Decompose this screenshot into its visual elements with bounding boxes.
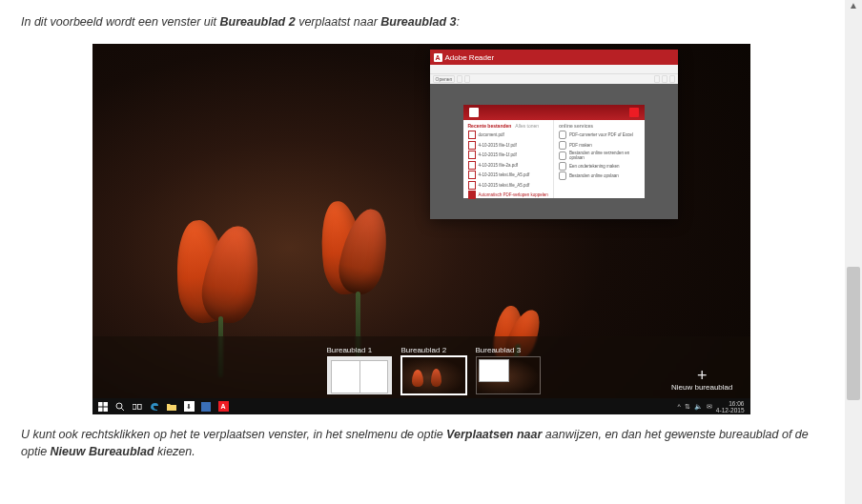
adobe-banner xyxy=(463,105,645,120)
window-titlebar[interactable]: A Adobe Reader xyxy=(430,50,678,65)
edge-icon[interactable] xyxy=(147,398,163,414)
window-title: Adobe Reader xyxy=(445,53,495,62)
svg-rect-8 xyxy=(201,402,211,412)
recent-file[interactable]: 4-10-2015 file-1f.pdf xyxy=(468,141,549,150)
service-item[interactable]: PDF maken xyxy=(559,141,640,150)
recent-file-link[interactable]: Automatisch PDF‑verlopen koppelen xyxy=(468,191,549,199)
acrobat-taskbar-icon[interactable]: A xyxy=(216,398,232,414)
desktop-thumb-3[interactable]: Bureaublad 3 xyxy=(476,346,541,394)
service-item[interactable]: PDF‑converter voor PDF of Excel xyxy=(559,131,640,139)
search-icon[interactable] xyxy=(113,398,129,414)
tray-network-icon[interactable]: ⇅ xyxy=(685,403,690,411)
svg-rect-7 xyxy=(137,404,141,409)
svg-rect-0 xyxy=(98,402,103,407)
file-explorer-icon[interactable] xyxy=(164,398,180,414)
recent-file[interactable]: 4-10-2015 file-1f.pdf xyxy=(468,151,549,159)
desktop-thumb-2[interactable]: Bureaublad 2 xyxy=(401,346,466,394)
adobe-welcome-panel: Recente bestandenAlles tonen document.pd… xyxy=(463,105,645,198)
service-item[interactable]: Bestanden online opslaan xyxy=(559,171,640,180)
outro-text: U kunt ook rechtsklikken op het te verpl… xyxy=(21,426,821,460)
acrobat-icon: A xyxy=(434,53,442,62)
plus-icon: + xyxy=(671,368,733,383)
window-toolbar[interactable]: Openen xyxy=(430,74,678,84)
svg-rect-3 xyxy=(104,407,109,412)
svg-rect-6 xyxy=(133,404,136,409)
dragged-window-adobe-reader[interactable]: A Adobe Reader Openen Recente bestandenA… xyxy=(430,50,678,219)
tray-action-center-icon[interactable]: ✉ xyxy=(707,403,712,411)
tray-volume-icon[interactable]: 🔈 xyxy=(694,403,703,411)
recent-file[interactable]: 4-10-2015 tekst.file_A5.pdf xyxy=(468,171,549,179)
recent-file[interactable]: 4-10-2015 file-2a.pdf xyxy=(468,161,549,170)
new-desktop-button[interactable]: + Nieuw bureaublad xyxy=(671,368,733,392)
service-item[interactable]: Een ondertekening maken xyxy=(559,162,640,171)
page-scrollbar[interactable]: ▲ xyxy=(845,0,862,504)
service-item[interactable]: Bestanden online verzenden en opslaan xyxy=(559,151,640,160)
virtual-desktops-strip: Bureaublad 1 Bureaublad 2 Bureaublad 3 +… xyxy=(92,336,750,398)
svg-line-5 xyxy=(121,408,124,411)
start-button[interactable] xyxy=(95,398,112,414)
store-icon[interactable]: ⬇ xyxy=(181,398,197,414)
scrollbar-thumb[interactable] xyxy=(847,267,860,400)
svg-rect-1 xyxy=(104,402,109,407)
desktop-thumb-1[interactable]: Bureaublad 1 xyxy=(327,346,392,394)
app-icon[interactable] xyxy=(198,398,215,414)
recent-file[interactable]: document.pdf xyxy=(468,131,549,139)
taskbar-clock[interactable]: 16:06 4-12-2015 xyxy=(716,400,745,413)
tray-chevron-icon[interactable]: ^ xyxy=(678,403,681,410)
window-menubar[interactable] xyxy=(430,65,678,74)
recent-file[interactable]: 4-10-2015 tekst.file_A5.pdf xyxy=(468,181,549,190)
scroll-up-icon[interactable]: ▲ xyxy=(845,0,862,17)
taskbar: ⬇ A ^ ⇅ 🔈 ✉ 16:06 4-12-2015 xyxy=(92,398,750,414)
screenshot-taskview: A Adobe Reader Openen Recente bestandenA… xyxy=(92,44,750,414)
svg-rect-2 xyxy=(98,407,103,412)
intro-text: In dit voorbeeld wordt een venster uit B… xyxy=(21,13,821,30)
svg-point-4 xyxy=(116,403,122,409)
taskview-icon[interactable] xyxy=(130,398,146,414)
